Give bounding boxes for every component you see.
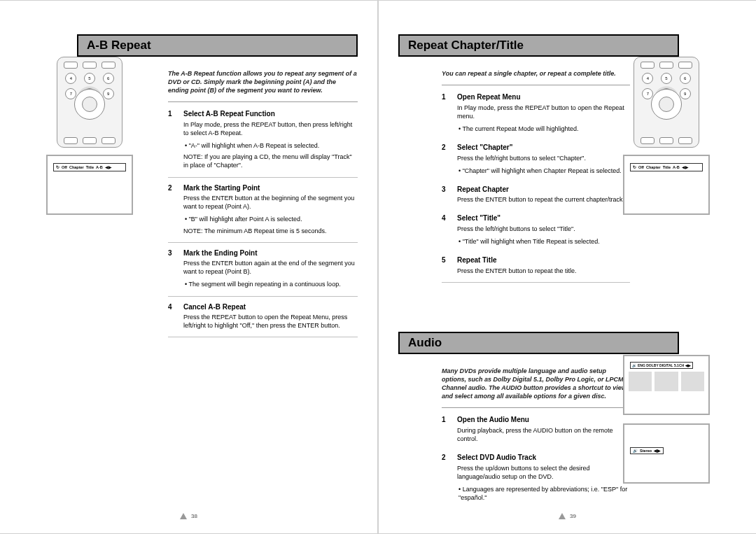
step: 4 Cancel A-B Repeat Press the REPEAT but… <box>168 302 358 330</box>
step: 2 Select DVD Audio Track Press the up/do… <box>442 453 630 502</box>
step-title: Open the Audio Menu <box>457 415 630 425</box>
osd-arrows-icon: ◀▶ <box>682 165 689 169</box>
nav-ring-icon <box>74 89 105 120</box>
osd-ab: A-B <box>673 165 680 169</box>
divider <box>168 242 358 243</box>
step-desc: Press the ENTER button at the beginning … <box>183 194 358 211</box>
step: 2 Select "Chapter" Press the left/right … <box>442 143 630 175</box>
audio-osd-text: Stereo <box>640 449 652 453</box>
step-title: Repeat Title <box>457 255 630 265</box>
step-title: Mark the Ending Point <box>183 248 358 258</box>
speaker-icon: 🔊 <box>633 449 638 453</box>
osd-chapter: Chapter <box>69 165 84 169</box>
step-desc: In Play mode, press the REPEAT button to… <box>457 104 630 120</box>
step-bullet: The current Repeat Mode will highlighted… <box>457 125 630 133</box>
osd-arrows-icon: ◀▶ <box>685 363 691 367</box>
page-left: 4 5 6 7 8 9 ↻ Off Chapter <box>0 0 378 534</box>
step-desc: Press the ENTER button to repeat the tit… <box>457 267 630 275</box>
step-title: Cancel A-B Repeat <box>183 302 358 312</box>
page-right: 4 5 6 7 8 9 ↻ Off Chapter <box>378 0 756 534</box>
step: 3 Repeat Chapter Press the ENTER button … <box>442 185 630 204</box>
keypad-6: 6 <box>103 73 114 84</box>
divider <box>442 282 630 283</box>
step-bullet: "Chapter" will highlight when Chapter Re… <box>457 167 630 175</box>
step: 3 Mark the Ending Point Press the ENTER … <box>168 248 358 289</box>
step-bullet: "A-" will highlight when A-B Repeat is s… <box>183 141 358 150</box>
intro-text: The A-B Repeat function allows you to re… <box>168 69 358 94</box>
keypad-9: 9 <box>103 88 114 99</box>
step-number: 5 <box>442 255 457 275</box>
speaker-icon: 🔊 <box>632 363 636 367</box>
step-desc: In Play mode, press the REPEAT button, t… <box>183 120 358 137</box>
step-title: Select DVD Audio Track <box>457 453 630 463</box>
tv-mock: ↻ Off Chapter Title A-B ◀▶ <box>46 155 133 215</box>
step-number: 1 <box>168 109 183 169</box>
step-title: Mark the Starting Point <box>183 183 358 193</box>
keypad-4: 4 <box>642 73 653 84</box>
divider <box>442 407 630 408</box>
step-number: 3 <box>168 248 183 289</box>
step-title: Open Repeat Menu <box>457 92 630 102</box>
audio-osd: 🔊 Stereo ◀▶ <box>630 447 664 454</box>
intro-text: You can repeat a single chapter, or repe… <box>442 69 630 78</box>
osd-off: Off <box>62 165 67 169</box>
step-desc: Press the up/down buttons to select the … <box>457 464 630 481</box>
page-number: 38 <box>191 513 197 519</box>
step-note: NOTE: If you are playing a CD, the menu … <box>183 153 358 169</box>
footer-triangle-icon <box>180 513 187 519</box>
step-number: 4 <box>168 302 183 330</box>
divider <box>442 85 630 85</box>
remote-illustration: 4 5 6 7 8 9 <box>634 57 699 148</box>
keypad-5: 5 <box>84 73 95 84</box>
step-bullet: Languages are represented by abbreviatio… <box>457 485 630 502</box>
divider <box>168 177 358 178</box>
osd-repeat-icon: ↻ <box>633 165 636 169</box>
step-title: Repeat Chapter <box>457 185 630 195</box>
intro-text: Many DVDs provide multiple language and … <box>442 367 630 401</box>
step-title: Select "Chapter" <box>457 143 630 153</box>
step-number: 1 <box>442 92 457 133</box>
nav-ring-icon <box>651 89 682 120</box>
divider <box>168 296 358 297</box>
right-sidebar-figures: 4 5 6 7 8 9 ↻ Off Chapter <box>620 57 713 215</box>
left-sidebar-figures: 4 5 6 7 8 9 ↻ Off Chapter <box>43 57 136 215</box>
repeat-osd: ↻ Off Chapter Title A-B ◀▶ <box>630 163 703 171</box>
audio-osd: 🔊 ENG DOLBY DIGITAL 5.1CH ◀▶ <box>630 362 693 369</box>
manual-spread: 4 5 6 7 8 9 ↻ Off Chapter <box>0 0 756 534</box>
step-desc: During playback, press the AUDIO button … <box>457 426 630 443</box>
divider <box>168 101 358 102</box>
step-desc: Press the left/right buttons to select "… <box>457 154 630 162</box>
footer-triangle-icon <box>559 513 566 519</box>
keypad-6: 6 <box>680 73 691 84</box>
step: 1 Open the Audio Menu During playback, p… <box>442 415 630 443</box>
osd-title: Title <box>86 165 94 169</box>
page-footer: 38 <box>0 513 377 519</box>
step-title: Select "Title" <box>457 213 630 223</box>
tv-mock: ↻ Off Chapter Title A-B ◀▶ <box>623 155 710 215</box>
section-header-repeat-chapter: Repeat Chapter/Title <box>398 34 679 57</box>
osd-title: Title <box>663 165 671 169</box>
keypad-9: 9 <box>680 88 691 99</box>
osd-arrows-icon: ◀▶ <box>105 165 112 169</box>
step: 4 Select "Title" Press the left/right bu… <box>442 213 630 246</box>
audio-osd-text: ENG DOLBY DIGITAL 5.1CH <box>638 363 684 367</box>
page-number: 39 <box>570 513 576 519</box>
step-desc: Press the REPEAT button to open the Repe… <box>183 313 358 330</box>
step-number: 3 <box>442 185 457 204</box>
section-header-ab: A-B Repeat <box>77 34 358 57</box>
osd-arrows-icon: ◀▶ <box>654 449 661 453</box>
osd-off: Off <box>638 165 644 169</box>
step: 1 Open Repeat Menu In Play mode, press t… <box>442 92 630 133</box>
divider <box>168 337 358 337</box>
page-footer: 39 <box>379 513 756 519</box>
step: 1 Select A-B Repeat Function In Play mod… <box>168 109 358 169</box>
step-bullet: "Title" will highlight when Title Repeat… <box>457 237 630 246</box>
tv-mock-audio2: 🔊 Stereo ◀▶ <box>623 423 710 484</box>
step-bullet: The segment will begin repeating in a co… <box>183 280 358 288</box>
step-number: 2 <box>442 453 457 502</box>
osd-ab: A-B <box>96 165 103 169</box>
step-note: NOTE: The minimum AB Repeat time is 5 se… <box>183 227 358 235</box>
section-header-audio: Audio <box>398 332 679 354</box>
tv-mock-audio: 🔊 ENG DOLBY DIGITAL 5.1CH ◀▶ <box>623 355 710 415</box>
step-number: 1 <box>442 415 457 443</box>
